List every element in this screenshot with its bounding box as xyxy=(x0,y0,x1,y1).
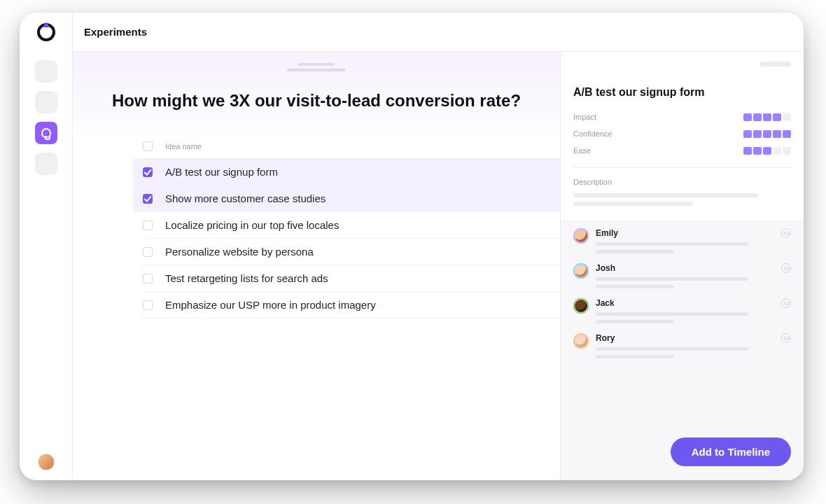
idea-row[interactable]: A/B test our signup form xyxy=(133,159,560,186)
comment-head: Josh xyxy=(596,263,791,273)
comment-placeholder-line xyxy=(596,347,748,351)
sidebar-nav xyxy=(35,60,57,175)
idea-checkbox[interactable] xyxy=(143,300,153,310)
metric-label: Ease xyxy=(573,146,591,155)
metric-label: Confidence xyxy=(573,130,612,138)
metric-block xyxy=(753,113,762,121)
comment-body: Josh xyxy=(596,263,791,288)
metric-block xyxy=(753,147,762,155)
idea-checkbox[interactable] xyxy=(143,167,153,177)
logo-icon xyxy=(37,23,55,41)
ideas-table: Idea name A/B test our signup formShow m… xyxy=(73,134,560,318)
emoji-icon[interactable] xyxy=(781,333,791,343)
sidebar-item-2[interactable] xyxy=(35,91,57,113)
app-frame: Experiments How might we 3X our visit-to… xyxy=(20,13,804,480)
idea-label: Show more customer case studies xyxy=(165,192,326,204)
idea-checkbox[interactable] xyxy=(143,220,153,230)
emoji-icon[interactable] xyxy=(781,263,791,273)
idea-checkbox[interactable] xyxy=(143,247,153,257)
idea-label: Localize pricing in our top five locales xyxy=(165,219,339,231)
idea-checkbox[interactable] xyxy=(143,194,153,204)
idea-label: Personalize website by persona xyxy=(165,246,314,258)
avatar xyxy=(573,263,589,279)
idea-row[interactable]: Localize pricing in our top five locales xyxy=(143,212,560,239)
comment-placeholder-line xyxy=(596,285,674,288)
select-all-checkbox[interactable] xyxy=(143,141,153,151)
hero-placeholder xyxy=(287,63,346,71)
metric-row: Impact xyxy=(573,113,791,121)
panel-title: A/B test our signup form xyxy=(573,86,791,99)
metric-block xyxy=(783,113,791,121)
comment-author: Rory xyxy=(596,333,615,343)
comment-placeholder-line xyxy=(596,320,674,323)
panel-toolbar xyxy=(561,52,804,69)
panel-toolbar-placeholder xyxy=(760,62,791,66)
avatar xyxy=(573,228,589,244)
main-column: Experiments How might we 3X our visit-to… xyxy=(73,13,804,480)
comment-head: Jack xyxy=(596,298,791,308)
metric-row: Ease xyxy=(573,146,791,155)
idea-row[interactable]: Show more customer case studies xyxy=(133,186,560,212)
metric-label: Impact xyxy=(573,113,596,121)
idea-row[interactable]: Personalize website by persona xyxy=(143,239,560,265)
metric-blocks[interactable] xyxy=(743,130,791,138)
emoji-icon[interactable] xyxy=(781,228,791,238)
hero: How might we 3X our visit-to-lead conver… xyxy=(73,52,560,134)
metric-block xyxy=(763,113,771,121)
metric-row: Confidence xyxy=(573,130,791,138)
metric-blocks[interactable] xyxy=(743,147,791,155)
comment-body: Emily xyxy=(596,228,791,253)
sidebar-item-4[interactable] xyxy=(35,153,57,175)
metric-block xyxy=(743,130,752,138)
idea-row[interactable]: Emphasize our USP more in product imager… xyxy=(143,292,560,318)
metric-blocks[interactable] xyxy=(743,113,791,121)
metric-block xyxy=(763,147,771,155)
metric-block xyxy=(763,130,771,138)
ideas-table-head: Idea name xyxy=(143,134,560,159)
ideas-table-body: A/B test our signup formShow more custom… xyxy=(143,159,560,318)
sidebar-item-1[interactable] xyxy=(35,60,57,83)
ideas-section: How might we 3X our visit-to-lead conver… xyxy=(73,52,560,480)
metric-block xyxy=(773,130,781,138)
metric-block xyxy=(743,113,752,121)
comment-placeholder-line xyxy=(596,277,748,281)
description-placeholder-line xyxy=(573,202,693,206)
metric-block xyxy=(773,147,781,155)
comment-head: Emily xyxy=(596,228,791,238)
sidebar-item-experiments[interactable] xyxy=(35,122,57,144)
panel-header: A/B test our signup form xyxy=(561,69,804,106)
avatar xyxy=(573,298,589,314)
metric-block xyxy=(743,147,752,155)
content-row: How might we 3X our visit-to-lead conver… xyxy=(73,52,804,480)
comment-placeholder-line xyxy=(596,242,748,246)
comments-list: EmilyJoshJackRory xyxy=(561,220,804,426)
topbar: Experiments xyxy=(73,13,804,52)
description-section: Description xyxy=(561,168,804,220)
comment-placeholder-line xyxy=(596,312,748,316)
avatar xyxy=(573,333,589,349)
metrics: ImpactConfidenceEase xyxy=(561,113,804,155)
add-to-timeline-button[interactable]: Add to Timeline xyxy=(671,438,791,466)
hero-heading: How might we 3X our visit-to-lead conver… xyxy=(87,91,546,111)
comment-placeholder-line xyxy=(596,355,674,358)
current-user-avatar[interactable] xyxy=(38,454,55,470)
comment-author: Emily xyxy=(596,228,618,238)
comment: Rory xyxy=(573,333,791,358)
detail-panel: A/B test our signup form ImpactConfidenc… xyxy=(560,52,804,480)
metric-block xyxy=(783,130,791,138)
lightbulb-icon xyxy=(41,128,51,138)
comment: Emily xyxy=(573,228,791,253)
comment-author: Josh xyxy=(596,263,615,273)
idea-row[interactable]: Test retargeting lists for search ads xyxy=(143,265,560,292)
comment-placeholder-line xyxy=(596,250,674,253)
idea-label: A/B test our signup form xyxy=(165,166,278,178)
comment-body: Jack xyxy=(596,298,791,323)
idea-checkbox[interactable] xyxy=(143,274,153,284)
comment: Jack xyxy=(573,298,791,323)
comment-head: Rory xyxy=(596,333,791,343)
metric-block xyxy=(753,130,762,138)
idea-label: Emphasize our USP more in product imager… xyxy=(165,299,376,311)
description-label: Description xyxy=(573,178,791,186)
column-header-idea-name: Idea name xyxy=(165,142,202,150)
emoji-icon[interactable] xyxy=(781,298,791,308)
